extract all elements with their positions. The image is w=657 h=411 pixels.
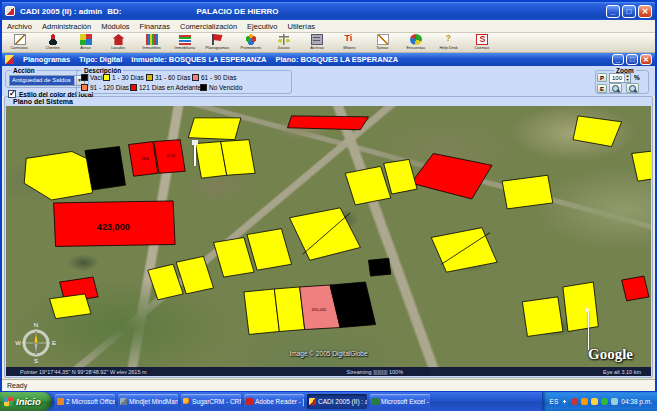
parcel[interactable]	[50, 294, 92, 319]
minimize-button[interactable]: _	[606, 5, 620, 18]
excel-icon	[372, 398, 379, 405]
estilo-color-checkbox[interactable]	[8, 90, 16, 98]
parcel[interactable]	[148, 264, 183, 300]
zoom-value-spinner[interactable]: 100 ▲▼	[609, 73, 631, 83]
google-logo: Google	[588, 346, 633, 363]
spinner-arrows-icon[interactable]: ▲▼	[624, 74, 630, 82]
legend-swatch	[130, 84, 137, 91]
parcel[interactable]	[632, 151, 651, 182]
toolbar-button-helpdesk[interactable]: Help Desk	[434, 34, 463, 50]
toolbar-button-inmuebles[interactable]: Inmuebles	[137, 34, 166, 50]
planogram-inmueble: Inmueble: BOSQUES LA ESPERANZA	[131, 55, 266, 64]
compass-n: N	[34, 322, 38, 328]
language-indicator[interactable]: ES	[550, 398, 559, 405]
menubar: Archivo Administración Módulos Finanzas …	[2, 20, 655, 33]
parcel[interactable]	[345, 166, 391, 205]
accion-title: Acción	[11, 67, 37, 74]
parcel[interactable]	[290, 208, 361, 260]
tray-icon[interactable]	[581, 398, 588, 405]
bd-label: BD:	[107, 7, 121, 16]
parcel[interactable]	[85, 147, 126, 191]
taskbar-item-office[interactable]: 2 Microsoft Office ...	[55, 394, 115, 409]
menu-ejecutivo[interactable]: Ejecutivo	[247, 22, 277, 31]
taskbar-item-adobe[interactable]: Adobe Reader - [Cot...	[244, 394, 304, 409]
toolbar-button-mtores[interactable]: Mtores	[335, 34, 364, 50]
toolbar-button-locales[interactable]: Locales	[104, 34, 133, 50]
compass-rose[interactable]: N W E S	[14, 320, 58, 364]
contract-icon	[14, 34, 26, 45]
toolbar-button-planogramas[interactable]: Planogramas	[203, 34, 232, 50]
menu-utilerias[interactable]: Utilerías	[288, 22, 316, 31]
main-titlebar: CADI 2005 (II) : admin BD: PALACIO DE HI…	[2, 2, 655, 20]
house-icon	[113, 34, 125, 45]
taskbar-item-mindjet[interactable]: Mindjet MindManage...	[118, 394, 178, 409]
zoom-p-button[interactable]: P	[597, 73, 607, 82]
parcel[interactable]	[522, 297, 563, 337]
parcel[interactable]	[573, 116, 622, 147]
parcel-label-pink: 455,000	[312, 307, 327, 312]
toolbar-button-promotores[interactable]: Promotores	[236, 34, 265, 50]
tray-icon[interactable]	[591, 398, 598, 405]
zoom-out-magnifier-icon[interactable]	[626, 83, 639, 93]
menu-archivo[interactable]: Archivo	[7, 22, 32, 31]
earth-status-bar: Pointer 19°17'44.35" N 99°28'48.92" W el…	[6, 367, 651, 376]
parcel[interactable]	[244, 289, 279, 334]
parcel[interactable]	[368, 258, 390, 276]
taskbar-item-cadi[interactable]: CADI 2005 (II) : ad...	[307, 394, 367, 409]
desktop: CADI 2005 (II) : admin BD: PALACIO DE HI…	[0, 0, 657, 411]
inner-minimize-button[interactable]: _	[612, 54, 624, 65]
toolbar-button-archivo[interactable]: Archivo	[302, 34, 331, 50]
legend-item-31-60: 31 - 60 Días	[146, 74, 190, 81]
inner-restore-button[interactable]: □	[626, 54, 638, 65]
menu-administracion[interactable]: Administración	[42, 22, 91, 31]
taskbar-item-excel[interactable]: Microsoft Excel - Co...	[370, 394, 430, 409]
menu-modulos[interactable]: Módulos	[101, 22, 129, 31]
toolbar-button-areas[interactable]: Áreas	[71, 34, 100, 50]
start-button[interactable]: Inicio	[0, 392, 52, 411]
taskbar-item-sugarcrm[interactable]: SugarCRM - CRM Co...	[181, 394, 241, 409]
toolbar-button-clientes[interactable]: Clientes	[38, 34, 67, 50]
menu-comercializacion[interactable]: Comercialización	[180, 22, 237, 31]
tray-icon[interactable]	[611, 398, 618, 405]
parcel[interactable]	[176, 256, 213, 294]
parcel[interactable]	[622, 276, 649, 301]
zoom-e-button[interactable]: E	[597, 84, 607, 93]
tray-icon[interactable]	[571, 398, 578, 405]
tray-icon[interactable]	[561, 398, 568, 405]
parcel[interactable]	[287, 116, 368, 130]
toolbar-button-tareas[interactable]: Tareas	[368, 34, 397, 50]
toolbar-button-cuentas[interactable]: Cuentas	[467, 34, 496, 50]
office-icon	[57, 398, 64, 405]
maximize-button[interactable]: □	[622, 5, 636, 18]
parcel[interactable]	[221, 140, 255, 176]
parcel[interactable]	[384, 159, 417, 194]
accion-dropdown-value: Antiguedad de Saldos	[10, 76, 74, 85]
cabinet-icon	[311, 34, 323, 45]
parcel[interactable]	[563, 282, 598, 331]
legend-item-121-adelante: 121 Días en Adelante	[130, 84, 201, 91]
planogram-window-title: Planogramas	[23, 55, 70, 64]
toolbar-button-encuestas[interactable]: Encuestas	[401, 34, 430, 50]
toolbar-button-juicios[interactable]: Juicios	[269, 34, 298, 50]
application-statusbar: Ready	[2, 379, 655, 391]
accion-dropdown[interactable]: Antiguedad de Saldos ▼	[9, 75, 85, 86]
building-icon	[146, 34, 158, 45]
toolbar-button-inmobiliaria[interactable]: Inmobiliaria	[170, 34, 199, 50]
eye-altitude: Eye alt 3.10 km	[603, 369, 651, 375]
parcel-label-small-2: 8,120	[167, 154, 175, 158]
parcel[interactable]	[411, 153, 492, 198]
parcel-label-big-red: 423,000	[97, 222, 130, 232]
descripcion-title: Descripción	[82, 67, 123, 74]
parcel[interactable]	[502, 175, 553, 209]
toolbar-button-contratos[interactable]: Contratos	[5, 34, 34, 50]
close-button[interactable]: ✕	[638, 5, 652, 18]
menu-finanzas[interactable]: Finanzas	[140, 22, 170, 31]
parcel[interactable]	[214, 238, 255, 278]
satellite-map[interactable]: 423,000 455,000 7,866 8,120 N W E S	[6, 106, 651, 376]
tray-icon[interactable]	[601, 398, 608, 405]
parcel[interactable]	[188, 118, 241, 140]
inner-close-button[interactable]: ✕	[640, 54, 652, 65]
parcel-overlay: 423,000 455,000 7,866 8,120	[6, 106, 651, 376]
parcel[interactable]	[247, 229, 292, 271]
zoom-in-magnifier-icon[interactable]	[609, 83, 622, 93]
